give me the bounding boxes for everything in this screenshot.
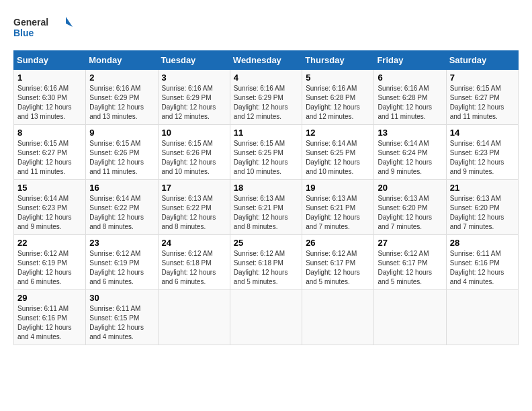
day-info: Sunrise: 6:15 AMSunset: 6:27 PMDaylight:… bbox=[17, 139, 82, 177]
day-info: Sunrise: 6:12 AMSunset: 6:19 PMDaylight:… bbox=[17, 249, 82, 287]
page-header: General Blue bbox=[13, 13, 519, 44]
day-number: 25 bbox=[234, 238, 298, 248]
calendar-cell: 28Sunrise: 6:11 AMSunset: 6:16 PMDayligh… bbox=[446, 235, 518, 290]
day-info: Sunrise: 6:16 AMSunset: 6:28 PMDaylight:… bbox=[306, 84, 370, 122]
calendar-cell: 3Sunrise: 6:16 AMSunset: 6:29 PMDaylight… bbox=[158, 70, 230, 125]
calendar-cell: 22Sunrise: 6:12 AMSunset: 6:19 PMDayligh… bbox=[14, 235, 86, 290]
calendar-cell: 25Sunrise: 6:12 AMSunset: 6:18 PMDayligh… bbox=[230, 235, 302, 290]
day-number: 17 bbox=[162, 183, 226, 193]
day-info: Sunrise: 6:14 AMSunset: 6:23 PMDaylight:… bbox=[17, 194, 82, 232]
day-info: Sunrise: 6:12 AMSunset: 6:18 PMDaylight:… bbox=[162, 249, 226, 287]
calendar-cell: 12Sunrise: 6:14 AMSunset: 6:25 PMDayligh… bbox=[302, 125, 374, 180]
day-number: 11 bbox=[234, 128, 298, 138]
calendar-cell: 6Sunrise: 6:16 AMSunset: 6:28 PMDaylight… bbox=[374, 70, 446, 125]
svg-marker-2 bbox=[66, 17, 73, 27]
svg-text:Blue: Blue bbox=[13, 28, 34, 38]
calendar-cell: 24Sunrise: 6:12 AMSunset: 6:18 PMDayligh… bbox=[158, 235, 230, 290]
day-number: 13 bbox=[378, 128, 442, 138]
day-number: 26 bbox=[306, 238, 370, 248]
day-info: Sunrise: 6:12 AMSunset: 6:19 PMDaylight:… bbox=[89, 249, 154, 287]
day-number: 29 bbox=[17, 293, 82, 303]
day-info: Sunrise: 6:12 AMSunset: 6:17 PMDaylight:… bbox=[306, 249, 370, 287]
calendar-cell: 2Sunrise: 6:16 AMSunset: 6:29 PMDaylight… bbox=[86, 70, 158, 125]
calendar-cell: 16Sunrise: 6:14 AMSunset: 6:22 PMDayligh… bbox=[86, 180, 158, 235]
day-info: Sunrise: 6:11 AMSunset: 6:15 PMDaylight:… bbox=[89, 304, 154, 342]
calendar-cell: 18Sunrise: 6:13 AMSunset: 6:21 PMDayligh… bbox=[230, 180, 302, 235]
day-number: 1 bbox=[17, 73, 82, 83]
day-number: 10 bbox=[162, 128, 226, 138]
calendar-cell: 26Sunrise: 6:12 AMSunset: 6:17 PMDayligh… bbox=[302, 235, 374, 290]
calendar-cell: 15Sunrise: 6:14 AMSunset: 6:23 PMDayligh… bbox=[14, 180, 86, 235]
week-row-2: 8Sunrise: 6:15 AMSunset: 6:27 PMDaylight… bbox=[14, 125, 519, 180]
calendar-cell: 21Sunrise: 6:13 AMSunset: 6:20 PMDayligh… bbox=[446, 180, 518, 235]
calendar-cell bbox=[230, 290, 302, 345]
day-info: Sunrise: 6:11 AMSunset: 6:16 PMDaylight:… bbox=[450, 249, 515, 287]
day-number: 5 bbox=[306, 73, 370, 83]
day-number: 18 bbox=[234, 183, 298, 193]
calendar-cell: 11Sunrise: 6:15 AMSunset: 6:25 PMDayligh… bbox=[230, 125, 302, 180]
calendar-cell: 27Sunrise: 6:12 AMSunset: 6:17 PMDayligh… bbox=[374, 235, 446, 290]
day-info: Sunrise: 6:16 AMSunset: 6:29 PMDaylight:… bbox=[234, 84, 298, 122]
day-number: 21 bbox=[450, 183, 515, 193]
calendar-cell: 23Sunrise: 6:12 AMSunset: 6:19 PMDayligh… bbox=[86, 235, 158, 290]
day-info: Sunrise: 6:16 AMSunset: 6:30 PMDaylight:… bbox=[17, 84, 82, 122]
day-number: 8 bbox=[17, 128, 82, 138]
calendar-cell: 17Sunrise: 6:13 AMSunset: 6:22 PMDayligh… bbox=[158, 180, 230, 235]
weekday-header-tuesday: Tuesday bbox=[158, 51, 230, 70]
calendar-cell: 9Sunrise: 6:15 AMSunset: 6:26 PMDaylight… bbox=[86, 125, 158, 180]
calendar-cell: 20Sunrise: 6:13 AMSunset: 6:20 PMDayligh… bbox=[374, 180, 446, 235]
day-info: Sunrise: 6:16 AMSunset: 6:29 PMDaylight:… bbox=[162, 84, 226, 122]
calendar-cell: 4Sunrise: 6:16 AMSunset: 6:29 PMDaylight… bbox=[230, 70, 302, 125]
day-info: Sunrise: 6:14 AMSunset: 6:24 PMDaylight:… bbox=[378, 139, 442, 177]
day-info: Sunrise: 6:12 AMSunset: 6:18 PMDaylight:… bbox=[234, 249, 298, 287]
day-number: 20 bbox=[378, 183, 442, 193]
calendar-cell bbox=[446, 290, 518, 345]
svg-text:General: General bbox=[13, 17, 48, 28]
calendar-cell: 14Sunrise: 6:14 AMSunset: 6:23 PMDayligh… bbox=[446, 125, 518, 180]
day-info: Sunrise: 6:13 AMSunset: 6:20 PMDaylight:… bbox=[378, 194, 442, 232]
day-info: Sunrise: 6:15 AMSunset: 6:27 PMDaylight:… bbox=[450, 84, 515, 122]
week-row-5: 29Sunrise: 6:11 AMSunset: 6:16 PMDayligh… bbox=[14, 290, 519, 345]
day-number: 16 bbox=[89, 183, 154, 193]
calendar-cell: 8Sunrise: 6:15 AMSunset: 6:27 PMDaylight… bbox=[14, 125, 86, 180]
day-info: Sunrise: 6:14 AMSunset: 6:22 PMDaylight:… bbox=[89, 194, 154, 232]
calendar-cell: 1Sunrise: 6:16 AMSunset: 6:30 PMDaylight… bbox=[14, 70, 86, 125]
calendar-cell bbox=[374, 290, 446, 345]
day-number: 4 bbox=[234, 73, 298, 83]
day-info: Sunrise: 6:13 AMSunset: 6:21 PMDaylight:… bbox=[306, 194, 370, 232]
day-info: Sunrise: 6:16 AMSunset: 6:28 PMDaylight:… bbox=[378, 84, 442, 122]
calendar-cell: 10Sunrise: 6:15 AMSunset: 6:26 PMDayligh… bbox=[158, 125, 230, 180]
day-info: Sunrise: 6:15 AMSunset: 6:26 PMDaylight:… bbox=[89, 139, 154, 177]
calendar-cell bbox=[158, 290, 230, 345]
weekday-header-saturday: Saturday bbox=[446, 51, 518, 70]
calendar-cell: 5Sunrise: 6:16 AMSunset: 6:28 PMDaylight… bbox=[302, 70, 374, 125]
day-number: 15 bbox=[17, 183, 82, 193]
day-info: Sunrise: 6:16 AMSunset: 6:29 PMDaylight:… bbox=[89, 84, 154, 122]
week-row-4: 22Sunrise: 6:12 AMSunset: 6:19 PMDayligh… bbox=[14, 235, 519, 290]
calendar-cell bbox=[302, 290, 374, 345]
day-info: Sunrise: 6:11 AMSunset: 6:16 PMDaylight:… bbox=[17, 304, 82, 342]
logo-svg: General Blue bbox=[13, 13, 74, 44]
week-row-3: 15Sunrise: 6:14 AMSunset: 6:23 PMDayligh… bbox=[14, 180, 519, 235]
day-number: 30 bbox=[89, 293, 154, 303]
weekday-header-sunday: Sunday bbox=[14, 51, 86, 70]
calendar-cell: 29Sunrise: 6:11 AMSunset: 6:16 PMDayligh… bbox=[14, 290, 86, 345]
day-info: Sunrise: 6:14 AMSunset: 6:25 PMDaylight:… bbox=[306, 139, 370, 177]
day-info: Sunrise: 6:15 AMSunset: 6:26 PMDaylight:… bbox=[162, 139, 226, 177]
calendar-cell: 30Sunrise: 6:11 AMSunset: 6:15 PMDayligh… bbox=[86, 290, 158, 345]
day-info: Sunrise: 6:12 AMSunset: 6:17 PMDaylight:… bbox=[378, 249, 442, 287]
day-number: 19 bbox=[306, 183, 370, 193]
day-number: 23 bbox=[89, 238, 154, 248]
day-number: 22 bbox=[17, 238, 82, 248]
week-row-1: 1Sunrise: 6:16 AMSunset: 6:30 PMDaylight… bbox=[14, 70, 519, 125]
day-number: 14 bbox=[450, 128, 515, 138]
weekday-header-friday: Friday bbox=[374, 51, 446, 70]
logo: General Blue bbox=[13, 13, 74, 44]
day-info: Sunrise: 6:13 AMSunset: 6:22 PMDaylight:… bbox=[162, 194, 226, 232]
day-number: 24 bbox=[162, 238, 226, 248]
day-number: 27 bbox=[378, 238, 442, 248]
weekday-header-thursday: Thursday bbox=[302, 51, 374, 70]
day-number: 28 bbox=[450, 238, 515, 248]
calendar-cell: 7Sunrise: 6:15 AMSunset: 6:27 PMDaylight… bbox=[446, 70, 518, 125]
day-info: Sunrise: 6:14 AMSunset: 6:23 PMDaylight:… bbox=[450, 139, 515, 177]
